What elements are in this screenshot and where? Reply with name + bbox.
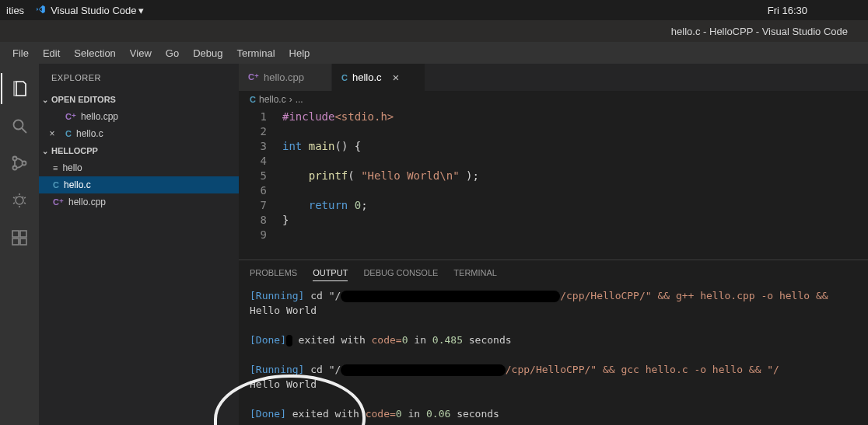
panel-tab-output[interactable]: OUTPUT xyxy=(313,265,348,281)
chevron-down-icon: ▾ xyxy=(138,5,144,16)
menu-selection[interactable]: Selection xyxy=(68,44,121,62)
svg-point-2 xyxy=(13,157,17,161)
line-gutter: 123456789 xyxy=(239,110,282,260)
window-title-bar: hello.c - HelloCPP - Visual Studio Code xyxy=(0,20,868,42)
svg-point-3 xyxy=(13,166,17,170)
file-label: hello.c xyxy=(76,128,103,139)
activities-label[interactable]: ities xyxy=(6,5,24,16)
tabs-row: C⁺ hello.cpp C hello.c × xyxy=(239,64,868,91)
tab-label: hello.c xyxy=(352,71,382,83)
cpp-file-icon: C⁺ xyxy=(248,72,259,82)
binary-file-icon: ≡ xyxy=(53,163,58,172)
close-icon[interactable]: × xyxy=(393,71,400,84)
menu-file[interactable]: File xyxy=(6,44,35,62)
panel-tab-problems[interactable]: PROBLEMS xyxy=(250,265,297,280)
breadcrumb-trail: ... xyxy=(296,94,303,105)
c-file-icon: C xyxy=(341,73,348,82)
code-content[interactable]: #include<stdio.h> int main() { printf( "… xyxy=(282,110,868,260)
open-editor-item[interactable]: × C hello.c xyxy=(39,125,239,142)
menu-bar: File Edit Selection View Go Debug Termin… xyxy=(0,42,868,64)
sidebar: EXPLORER ⌄ OPEN EDITORS C⁺ hello.cpp × C… xyxy=(39,64,239,425)
menu-debug[interactable]: Debug xyxy=(187,44,229,62)
editor-area: C⁺ hello.cpp C hello.c × C hello.c › ...… xyxy=(239,64,868,425)
vscode-icon xyxy=(35,4,46,17)
svg-point-4 xyxy=(23,162,26,165)
panel-tab-terminal[interactable]: TERMINAL xyxy=(453,265,497,280)
project-header[interactable]: ⌄ HELLOCPP xyxy=(39,142,239,159)
svg-rect-7 xyxy=(12,239,19,245)
chevron-down-icon: ⌄ xyxy=(42,147,48,155)
tab-hello-cpp[interactable]: C⁺ hello.cpp xyxy=(239,64,332,91)
open-editor-item[interactable]: C⁺ hello.cpp xyxy=(39,108,239,125)
svg-line-1 xyxy=(22,128,26,133)
svg-rect-9 xyxy=(20,231,26,237)
chevron-down-icon: ⌄ xyxy=(42,96,48,104)
debug-icon[interactable] xyxy=(1,182,38,219)
output-body[interactable]: [Running] cd "/.xxxxxxxxxxxxxxxxxxxxxxxx… xyxy=(239,285,868,425)
open-editors-header[interactable]: ⌄ OPEN EDITORS xyxy=(39,91,239,108)
cpp-file-icon: C⁺ xyxy=(53,197,64,207)
panel-tab-debug-console[interactable]: DEBUG CONSOLE xyxy=(363,265,438,280)
file-label: hello.cpp xyxy=(81,111,118,122)
source-control-icon[interactable] xyxy=(1,145,38,182)
svg-point-0 xyxy=(14,120,23,130)
close-icon[interactable]: × xyxy=(47,128,58,139)
breadcrumbs[interactable]: C hello.c › ... xyxy=(239,91,868,108)
sidebar-title: EXPLORER xyxy=(39,64,239,91)
app-menu[interactable]: Visual Studio Code ▾ xyxy=(51,5,144,16)
menu-view[interactable]: View xyxy=(124,44,158,62)
breadcrumb-file: hello.c xyxy=(259,94,286,105)
c-file-icon: C xyxy=(65,129,72,138)
file-label: hello xyxy=(62,162,82,173)
svg-rect-6 xyxy=(12,231,19,237)
menu-help[interactable]: Help xyxy=(283,44,317,62)
tree-item-hello-c[interactable]: C hello.c xyxy=(39,176,239,193)
tab-hello-c[interactable]: C hello.c × xyxy=(332,64,425,91)
gnome-top-bar: ities Visual Studio Code ▾ Fri 16:30 xyxy=(0,0,868,20)
menu-edit[interactable]: Edit xyxy=(37,44,66,62)
tree-item-hello-cpp[interactable]: C⁺ hello.cpp xyxy=(39,193,239,211)
menu-terminal[interactable]: Terminal xyxy=(230,44,281,62)
cpp-file-icon: C⁺ xyxy=(65,112,76,122)
code-editor[interactable]: 123456789 #include<stdio.h> int main() {… xyxy=(239,108,868,260)
extensions-icon[interactable] xyxy=(1,219,38,256)
menu-go[interactable]: Go xyxy=(159,44,185,62)
window-title: hello.c - HelloCPP - Visual Studio Code xyxy=(671,26,848,37)
tree-item-hello[interactable]: ≡ hello xyxy=(39,159,239,176)
svg-rect-8 xyxy=(20,239,26,245)
explorer-icon[interactable] xyxy=(1,70,38,107)
file-label: hello.c xyxy=(64,179,91,190)
clock: Fri 16:30 xyxy=(768,5,807,16)
search-icon[interactable] xyxy=(1,107,38,145)
panel-tabs: PROBLEMS OUTPUT DEBUG CONSOLE TERMINAL xyxy=(239,260,868,285)
activity-bar xyxy=(0,64,39,425)
c-file-icon: C xyxy=(250,95,256,104)
tab-label: hello.cpp xyxy=(264,71,304,83)
bottom-panel: PROBLEMS OUTPUT DEBUG CONSOLE TERMINAL [… xyxy=(239,260,868,425)
chevron-right-icon: › xyxy=(289,94,292,105)
file-label: hello.cpp xyxy=(68,197,106,207)
c-file-icon: C xyxy=(53,180,59,190)
